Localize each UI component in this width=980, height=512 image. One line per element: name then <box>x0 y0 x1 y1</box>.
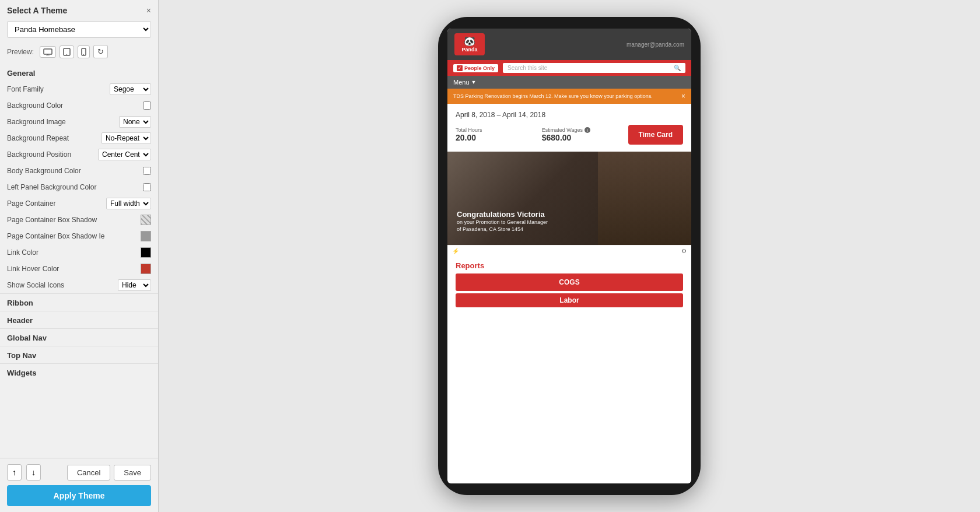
image-controls: ⚡ ⚙ <box>447 245 691 257</box>
left-panel-bg-color-checkbox[interactable] <box>143 183 151 191</box>
background-position-select[interactable]: Center CentTop Left <box>98 149 151 160</box>
save-button[interactable]: Save <box>114 465 151 481</box>
monitor-icon <box>43 48 52 55</box>
row-background-image: Background Image None <box>0 114 158 130</box>
row-background-repeat: Background Repeat No-RepeatRepeat <box>0 130 158 146</box>
phone-mockup: 🐼 Panda manager@panda.com ✓ People Only … <box>438 17 701 495</box>
phone-screen: 🐼 Panda manager@panda.com ✓ People Only … <box>447 29 691 483</box>
total-hours-label: Total Hours <box>456 127 542 133</box>
row-left-panel-bg-color: Left Panel Background Color <box>0 179 158 195</box>
timecard-row: Total Hours 20.00 Estimated Wages i $680… <box>456 125 683 145</box>
background-color-value <box>143 101 151 110</box>
people-only-text: People Only <box>464 65 495 71</box>
reports-title: Reports <box>456 261 683 270</box>
info-icon: i <box>584 127 590 133</box>
search-placeholder: Search this site <box>508 65 547 71</box>
people-only-icon: ✓ <box>457 65 463 71</box>
show-social-icons-select[interactable]: HideShow <box>118 279 151 291</box>
announcement-text: TDS Parking Renovation begins March 12. … <box>453 93 681 99</box>
link-hover-color-value <box>141 264 151 274</box>
people-only-badge: ✓ People Only <box>453 64 498 72</box>
page-container-box-shadow-value <box>141 215 151 225</box>
show-social-icons-value: HideShow <box>118 279 151 291</box>
close-button[interactable]: × <box>146 6 151 15</box>
upload-button[interactable]: ↑ <box>7 464 22 481</box>
body-background-color-checkbox[interactable] <box>143 167 151 175</box>
wages-column: Estimated Wages i $680.00 <box>542 127 628 142</box>
mobile-icon <box>81 48 86 56</box>
section-ribbon[interactable]: Ribbon <box>0 293 158 311</box>
page-container-label: Page Container <box>7 199 106 208</box>
page-container-value: Full widthBoxed <box>106 198 151 209</box>
menu-label: Menu <box>453 79 470 86</box>
section-widgets[interactable]: Widgets <box>0 363 158 381</box>
svg-point-4 <box>66 54 67 54</box>
estimated-wages-label: Estimated Wages i <box>542 127 628 133</box>
announcement-close-button[interactable]: × <box>681 92 685 100</box>
download-button[interactable]: ↓ <box>26 464 41 481</box>
section-general[interactable]: General <box>0 64 158 81</box>
promo-title: Congratulations Victoria <box>457 210 548 219</box>
header-email: manager@panda.com <box>626 41 684 48</box>
promo-overlay: Congratulations Victoria on your Promoti… <box>457 210 548 233</box>
link-color-swatch[interactable] <box>141 247 151 258</box>
row-background-color: Background Color <box>0 97 158 114</box>
estimated-wages-value: $680.00 <box>542 133 628 142</box>
image-right-control-icon[interactable]: ⚙ <box>681 248 687 254</box>
background-color-label: Background Color <box>7 101 143 110</box>
settings-scroll: General Font Family SegoeArialVerdana Ba… <box>0 64 158 458</box>
background-image-select[interactable]: None <box>119 116 151 128</box>
cogs-button[interactable]: COGS <box>456 273 683 291</box>
row-link-hover-color: Link Hover Color <box>0 261 158 277</box>
footer-actions: ↑ ↓ Cancel Save <box>7 464 151 481</box>
link-hover-color-swatch[interactable] <box>141 264 151 274</box>
left-panel: Select A Theme × Panda Homebase Default … <box>0 0 159 512</box>
preview-tablet-button[interactable] <box>60 45 74 58</box>
background-image-value: None <box>119 116 151 128</box>
section-top-nav[interactable]: Top Nav <box>0 346 158 363</box>
apply-theme-button[interactable]: Apply Theme <box>7 485 151 506</box>
row-show-social-icons: Show Social Icons HideShow <box>0 277 158 293</box>
page-container-box-shadow-ie-value <box>141 231 151 241</box>
background-repeat-select[interactable]: No-RepeatRepeat <box>102 132 151 144</box>
section-global-nav[interactable]: Global Nav <box>0 328 158 346</box>
font-family-value: SegoeArialVerdana <box>110 83 151 95</box>
background-color-checkbox[interactable] <box>143 101 151 110</box>
person-figure <box>598 152 691 245</box>
screen-header: 🐼 Panda manager@panda.com <box>447 29 691 60</box>
font-family-select[interactable]: SegoeArialVerdana <box>110 83 151 95</box>
box-shadow-swatch[interactable] <box>141 215 151 225</box>
row-font-family: Font Family SegoeArialVerdana <box>0 81 158 97</box>
preview-row: Preview: ↻ <box>0 43 158 64</box>
preview-mobile-button[interactable] <box>78 45 90 58</box>
promo-image: Congratulations Victoria on your Promoti… <box>447 152 691 245</box>
background-position-label: Background Position <box>7 150 98 159</box>
cancel-button[interactable]: Cancel <box>67 465 110 481</box>
row-link-color: Link Color <box>0 244 158 261</box>
page-container-select[interactable]: Full widthBoxed <box>106 198 151 209</box>
theme-select[interactable]: Panda Homebase Default Custom <box>7 21 151 38</box>
tablet-icon <box>63 48 71 56</box>
timecard-button[interactable]: Time Card <box>628 125 683 145</box>
preview-label: Preview: <box>7 48 34 56</box>
reports-section: Reports COGS Labor <box>447 257 691 310</box>
box-shadow-ie-swatch[interactable] <box>141 231 151 241</box>
body-background-color-value <box>143 167 151 175</box>
row-body-background-color: Body Background Color <box>0 163 158 179</box>
panda-logo: 🐼 Panda <box>454 33 485 55</box>
page-container-box-shadow-ie-label: Page Container Box Shadow Ie <box>7 232 141 240</box>
panda-logo-paw-icon: 🐼 <box>464 36 475 47</box>
link-hover-color-label: Link Hover Color <box>7 265 141 273</box>
preview-desktop-button[interactable] <box>40 46 56 58</box>
image-left-control-icon[interactable]: ⚡ <box>452 248 459 254</box>
svg-rect-0 <box>44 49 52 54</box>
panel-header: Select A Theme × <box>0 0 158 19</box>
panel-title: Select A Theme <box>7 6 67 15</box>
row-page-container: Page Container Full widthBoxed <box>0 195 158 212</box>
body-background-color-label: Body Background Color <box>7 167 143 175</box>
screen-nav: ✓ People Only Search this site 🔍 <box>447 60 691 76</box>
refresh-button[interactable]: ↻ <box>93 45 108 58</box>
section-header[interactable]: Header <box>0 311 158 328</box>
labor-button-partial[interactable]: Labor <box>456 293 683 307</box>
show-social-icons-label: Show Social Icons <box>7 281 118 289</box>
